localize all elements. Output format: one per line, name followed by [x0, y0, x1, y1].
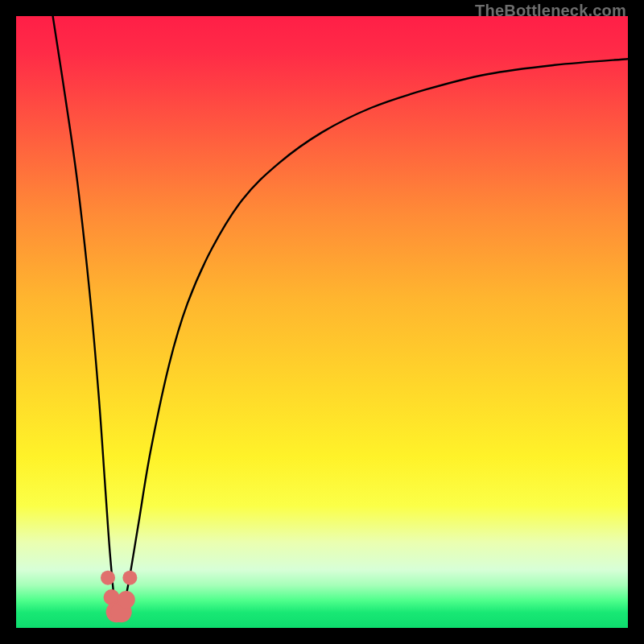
watermark-text: TheBottleneck.com — [475, 2, 626, 20]
chart-svg — [16, 16, 628, 628]
marker-dot — [122, 571, 137, 585]
outer-frame: TheBottleneck.com — [0, 0, 644, 644]
plot-area — [16, 16, 628, 628]
marker-dot — [101, 571, 115, 585]
marker-dot — [118, 591, 135, 609]
